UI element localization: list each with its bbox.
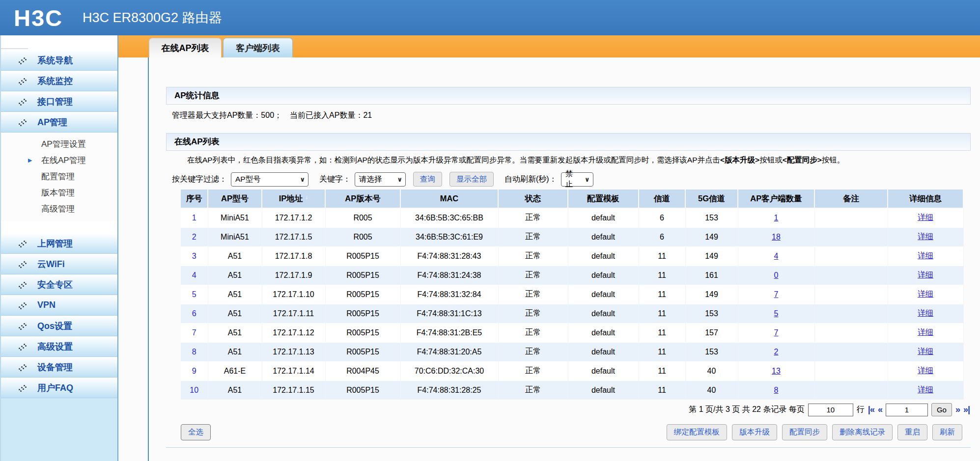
- detail-link[interactable]: 详细: [918, 347, 933, 355]
- last-page-button[interactable]: »|: [963, 405, 970, 415]
- column-header-version[interactable]: AP版本号: [325, 190, 400, 208]
- tab-online-ap-list[interactable]: 在线AP列表: [149, 38, 222, 57]
- cell-ip: 172.17.1.8: [262, 246, 325, 266]
- sidebar-item-ap-mgmt[interactable]: AP管理: [1, 112, 117, 133]
- sidebar-item-system-nav[interactable]: 系统导航: [1, 50, 117, 71]
- detail-link[interactable]: 详细: [918, 328, 933, 336]
- detail-link[interactable]: 详细: [918, 366, 933, 375]
- prev-page-button[interactable]: «: [878, 405, 882, 415]
- refresh-button[interactable]: 刷新: [932, 424, 962, 440]
- version-upgrade-button[interactable]: 版本升级: [732, 424, 777, 440]
- keyword-select[interactable]: 请选择 ∨: [355, 172, 406, 187]
- cell-model: A51: [208, 342, 262, 361]
- cell-index: 10: [181, 380, 208, 400]
- cell-clients: 0: [738, 266, 814, 285]
- client-count-link[interactable]: 5: [774, 309, 779, 318]
- config-sync-button[interactable]: 配置同步: [782, 424, 827, 440]
- menu-bullet-icon: [19, 364, 27, 371]
- column-header-detail[interactable]: 详细信息: [888, 190, 963, 208]
- sidebar-item-user-faq[interactable]: 用户FAQ: [1, 378, 117, 398]
- filter-field-select[interactable]: AP型号 ∨: [231, 172, 308, 187]
- show-all-button[interactable]: 显示全部: [449, 172, 494, 187]
- cell-note: [814, 266, 888, 285]
- sidebar-item-advanced-settings[interactable]: 高级设置: [1, 336, 117, 357]
- go-button[interactable]: Go: [931, 403, 952, 416]
- cell-ip: 172.17.1.13: [262, 342, 325, 361]
- submenu-item-version-mgmt[interactable]: 版本管理: [1, 185, 117, 201]
- detail-link[interactable]: 详细: [918, 232, 933, 241]
- submenu-item-advanced-mgmt[interactable]: 高级管理: [1, 201, 117, 217]
- next-page-button[interactable]: »: [955, 405, 960, 415]
- cell-template: default: [568, 361, 639, 380]
- page-number-input[interactable]: [886, 404, 928, 416]
- cell-version: R005P15: [325, 266, 400, 285]
- query-button[interactable]: 查询: [413, 172, 442, 187]
- page-size-input[interactable]: [808, 404, 853, 416]
- sidebar-item-cloud-wifi[interactable]: 云WiFi: [1, 254, 117, 274]
- cell-clients: 7: [738, 323, 814, 342]
- menu-bullet-icon: [19, 281, 27, 288]
- chevron-down-icon: ∨: [300, 176, 305, 183]
- sidebar-item-security-zone[interactable]: 安全专区: [1, 274, 117, 295]
- desc-version-upgrade-ref: <版本升级>: [720, 156, 759, 164]
- bind-template-button[interactable]: 绑定配置模板: [667, 424, 727, 440]
- client-count-link[interactable]: 0: [774, 271, 779, 279]
- sidebar-item-interface-mgmt[interactable]: 接口管理: [1, 91, 117, 112]
- client-count-link[interactable]: 13: [772, 367, 781, 375]
- sidebar: 系统导航 系统监控 接口管理 AP管理 AP管理设置 ▶ 在线AP管理 配置管理: [0, 35, 118, 461]
- cell-template: default: [568, 208, 639, 227]
- tab-client-list[interactable]: 客户端列表: [223, 38, 293, 57]
- detail-link[interactable]: 详细: [918, 271, 933, 279]
- client-count-link[interactable]: 18: [772, 233, 781, 241]
- column-header-status[interactable]: 状态: [498, 190, 568, 208]
- ap-mgmt-submenu: AP管理设置 ▶ 在线AP管理 配置管理 版本管理 高级管理: [1, 133, 117, 221]
- column-header-model[interactable]: AP型号: [208, 190, 262, 208]
- cell-detail: 详细: [888, 227, 963, 246]
- sidebar-item-system-monitor[interactable]: 系统监控: [1, 71, 117, 91]
- delete-offline-button[interactable]: 删除离线记录: [832, 424, 893, 440]
- submenu-item-ap-mgmt-settings[interactable]: AP管理设置: [1, 136, 117, 152]
- sidebar-item-device-mgmt[interactable]: 设备管理: [1, 357, 117, 378]
- cell-status: 正常: [498, 208, 568, 227]
- cell-status: 正常: [498, 266, 568, 285]
- sidebar-item-vpn[interactable]: VPN: [1, 295, 117, 316]
- column-header-clients[interactable]: AP客户端数量: [738, 190, 814, 208]
- cell-channel5g: 149: [685, 285, 738, 304]
- detail-link[interactable]: 详细: [918, 309, 933, 317]
- client-count-link[interactable]: 2: [774, 348, 779, 356]
- column-header-note[interactable]: 备注: [814, 190, 888, 208]
- client-count-link[interactable]: 4: [774, 252, 779, 260]
- column-header-channel[interactable]: 信道: [639, 190, 685, 208]
- column-header-index[interactable]: 序号: [181, 190, 208, 208]
- column-header-channel5g[interactable]: 5G信道: [685, 190, 738, 208]
- cell-channel5g: 153: [685, 208, 738, 227]
- sidebar-item-label: 高级设置: [37, 341, 73, 353]
- content-body: AP统计信息 管理器最大支持AP数量：500； 当前已接入AP数量：21 在线A…: [118, 57, 980, 461]
- client-count-link[interactable]: 1: [774, 214, 779, 222]
- sidebar-item-internet-mgmt[interactable]: 上网管理: [1, 233, 117, 254]
- client-count-link[interactable]: 7: [774, 290, 779, 298]
- keyword-label: 关键字：: [319, 174, 351, 185]
- detail-link[interactable]: 详细: [918, 290, 933, 298]
- submenu-item-config-mgmt[interactable]: 配置管理: [1, 168, 117, 185]
- detail-link[interactable]: 详细: [918, 251, 933, 260]
- cell-clients: 18: [738, 227, 814, 246]
- column-header-mac[interactable]: MAC: [400, 190, 498, 208]
- cell-index: 1: [181, 208, 208, 227]
- first-page-button[interactable]: |«: [868, 405, 874, 415]
- cell-model: A51: [208, 380, 262, 400]
- detail-link[interactable]: 详细: [918, 213, 933, 221]
- column-header-template[interactable]: 配置模板: [568, 190, 639, 208]
- column-header-ip[interactable]: IP地址↓: [262, 190, 325, 208]
- cell-clients: 7: [738, 285, 814, 304]
- sidebar-item-qos[interactable]: Qos设置: [1, 316, 117, 336]
- client-count-link[interactable]: 7: [774, 328, 779, 337]
- select-all-button[interactable]: 全选: [181, 424, 211, 440]
- cell-note: [814, 227, 888, 246]
- client-count-link[interactable]: 8: [774, 386, 779, 394]
- auto-refresh-select[interactable]: 禁止 ∨: [561, 172, 593, 187]
- cell-index: 7: [181, 323, 208, 342]
- detail-link[interactable]: 详细: [918, 385, 933, 394]
- reboot-button[interactable]: 重启: [897, 424, 927, 440]
- submenu-item-online-ap-mgmt[interactable]: ▶ 在线AP管理: [1, 152, 117, 168]
